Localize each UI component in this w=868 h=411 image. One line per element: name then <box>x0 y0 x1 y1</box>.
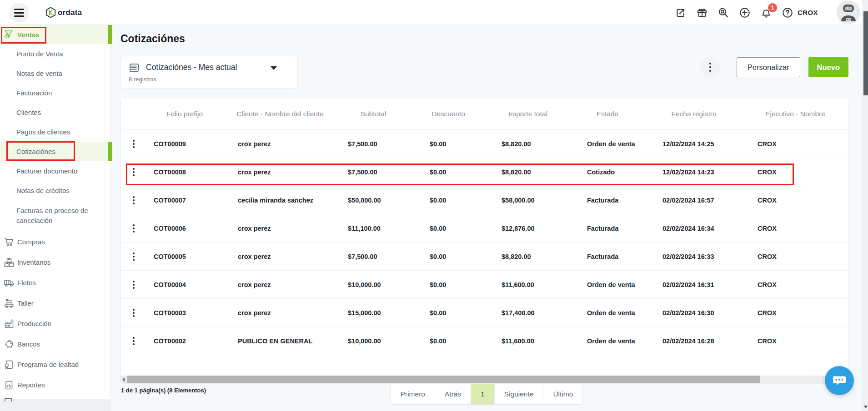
sidebar-item-facturas-en-proceso[interactable]: Facturas en proceso de cancelación <box>0 200 110 232</box>
brand-logo[interactable]: ordata <box>45 0 82 25</box>
sidebar-item-reportes[interactable]: Reportes <box>0 375 110 395</box>
cotizaciones-selected-indicator <box>108 142 112 161</box>
help-button[interactable] <box>782 7 793 19</box>
column-header-importe[interactable]: Importe total <box>487 109 569 119</box>
sidebar-item-facturar-documento[interactable]: Facturar documento <box>0 161 110 181</box>
column-header-descuento[interactable]: Descuento <box>410 109 487 119</box>
sidebar-item-label: Taller <box>17 299 34 307</box>
table-row[interactable]: COT00007 cecilia miranda sanchez $50,000… <box>121 186 848 214</box>
more-options-button[interactable] <box>700 57 720 77</box>
cell-estado: Orden de venta <box>569 309 646 317</box>
cell-subtotal: $11,100.00 <box>337 225 410 232</box>
row-actions-kebab-button[interactable] <box>121 140 146 148</box>
table-row[interactable]: COT00004 crox perez $10,000.00 $0.00 $11… <box>121 271 848 299</box>
scroll-down-arrow-icon[interactable] <box>864 406 868 408</box>
vertical-scrollbar-thumb[interactable] <box>863 11 868 95</box>
external-link-button[interactable] <box>675 7 687 19</box>
gift-button[interactable] <box>696 7 708 19</box>
avatar[interactable] <box>837 0 860 24</box>
cell-subtotal: $7,500.00 <box>337 253 410 260</box>
cell-fecha: 02/02/2024 16:33 <box>646 253 742 260</box>
table-row[interactable]: COT00005 crox perez $7,500.00 $0.00 $8,8… <box>121 243 848 271</box>
row-actions-kebab-button[interactable] <box>121 337 146 345</box>
sidebar-item-pagos-de-clientes[interactable]: Pagos de clientes <box>0 122 110 142</box>
hamburger-menu-button[interactable] <box>9 3 29 23</box>
pagination-last-button[interactable]: Último <box>543 384 582 404</box>
svg-text:$: $ <box>6 35 8 38</box>
table-header-row: Folio prefijo Cliente - Nombre del clien… <box>121 98 848 130</box>
loyalty-certificate-icon <box>4 359 15 370</box>
table-row[interactable]: COT00003 crox perez $15,000.00 $0.00 $17… <box>121 299 848 327</box>
scroll-left-arrow-icon[interactable] <box>122 377 125 382</box>
new-button[interactable]: Nuevo <box>808 57 848 77</box>
cell-cliente: crox perez <box>223 168 337 176</box>
sidebar-item-notas-de-venta[interactable]: Notas de venta <box>0 64 110 83</box>
page-actions: Personalizar Nuevo <box>700 57 848 77</box>
sidebar-item-label: Reportes <box>17 381 45 389</box>
column-header-estado[interactable]: Estado <box>569 109 646 119</box>
view-selector-dropdown[interactable]: Cotizaciónes - Mes actual 8 registros <box>120 56 298 89</box>
pagination-current-page[interactable]: 1 <box>471 384 494 404</box>
sidebar-ventas-submenu: Punto de Venta Notas de venta Facturació… <box>0 44 110 232</box>
sidebar-item-taller[interactable]: Taller <box>0 293 110 313</box>
row-actions-kebab-button[interactable] <box>121 224 146 233</box>
user-name[interactable]: CROX <box>798 9 818 16</box>
sidebar-item-facturacion[interactable]: Facturación <box>0 83 110 103</box>
cell-fecha: 12/02/2024 14:23 <box>646 168 742 176</box>
table-row[interactable]: COT00008 crox perez $7,500.00 $0.00 $8,8… <box>121 158 848 186</box>
vertical-scrollbar[interactable] <box>863 0 868 411</box>
cell-cliente: crox perez <box>223 253 337 260</box>
cell-ejecutivo: CROX <box>742 253 849 260</box>
sidebar-item-ventas[interactable]: $ Ventas <box>0 25 110 44</box>
cell-folio: COT00007 <box>146 197 223 204</box>
table-row[interactable]: COT00002 PUBLICO EN GENERAL $10,000.00 $… <box>121 327 848 355</box>
table-row[interactable]: COT00009 crox perez $7,500.00 $0.00 $8,8… <box>121 130 848 158</box>
notifications-button[interactable]: 1 <box>760 7 772 19</box>
table-row[interactable]: COT00006 crox perez $11,100.00 $0.00 $12… <box>121 214 848 243</box>
cell-importe: $17,400.00 <box>487 309 569 317</box>
row-actions-kebab-button[interactable] <box>121 253 146 261</box>
sidebar-item-cotizaciones[interactable]: Cotizaciónes <box>0 142 110 161</box>
cell-estado: Facturada <box>569 253 646 260</box>
pagination-prev-button[interactable]: Atrás <box>435 384 471 404</box>
cell-subtotal: $7,500.00 <box>337 140 410 148</box>
sidebar-item-label: Fletes <box>17 279 36 287</box>
cell-descuento: $0.00 <box>410 337 487 345</box>
column-header-fecha[interactable]: Fecha registro <box>646 109 742 119</box>
sidebar-item-label: Inventarios <box>17 258 50 266</box>
personalize-button[interactable]: Personalizar <box>737 57 800 77</box>
column-header-subtotal[interactable]: Subtotal <box>337 109 410 119</box>
column-header-cliente[interactable]: Cliente - Nombre del cliente <box>223 109 337 119</box>
sidebar-item-produccion[interactable]: Producción <box>0 313 110 334</box>
sidebar-item-programa-de-lealtad[interactable]: Programa de lealtad <box>0 354 110 375</box>
sidebar-item-clientes[interactable]: Clientes <box>0 103 110 122</box>
sidebar-item-inventarios[interactable]: Inventarios <box>0 252 110 272</box>
zoom-search-button[interactable] <box>717 7 729 19</box>
row-actions-kebab-button[interactable] <box>121 168 146 176</box>
row-actions-kebab-button[interactable] <box>121 196 146 204</box>
chat-widget-button[interactable] <box>825 366 854 395</box>
sidebar-item-bancos[interactable]: Bancos <box>0 334 110 354</box>
row-actions-kebab-button[interactable] <box>121 281 146 289</box>
sidebar-item-punto-de-venta[interactable]: Punto de Venta <box>0 44 110 64</box>
pagination: Primero Atrás 1 Siguiente Último <box>391 384 583 405</box>
cell-descuento: $0.00 <box>410 253 487 260</box>
pagination-first-button[interactable]: Primero <box>391 384 435 404</box>
chevron-down-icon <box>271 66 277 70</box>
page-title: Cotizaciónes <box>120 33 185 45</box>
cell-estado: Cotizado <box>569 168 646 176</box>
pagination-next-button[interactable]: Siguiente <box>494 384 543 404</box>
horizontal-scrollbar-thumb[interactable] <box>127 376 760 383</box>
add-button[interactable] <box>739 7 751 19</box>
sidebar-item-compras[interactable]: Compras <box>0 232 110 252</box>
horizontal-scrollbar[interactable] <box>121 376 848 383</box>
column-header-ejecutivo[interactable]: Ejecutivo - Nombre <box>742 109 849 119</box>
row-actions-kebab-button[interactable] <box>121 309 146 317</box>
cell-ejecutivo: CROX <box>742 309 849 317</box>
cell-cliente: cecilia miranda sanchez <box>223 197 337 204</box>
cell-importe: $58,000.00 <box>487 197 569 204</box>
sidebar-item-notas-de-creditos[interactable]: Notas de créditos <box>0 181 110 200</box>
sidebar-item-fletes[interactable]: Fletes <box>0 272 110 293</box>
help-icon <box>782 7 793 19</box>
column-header-folio[interactable]: Folio prefijo <box>146 109 223 119</box>
